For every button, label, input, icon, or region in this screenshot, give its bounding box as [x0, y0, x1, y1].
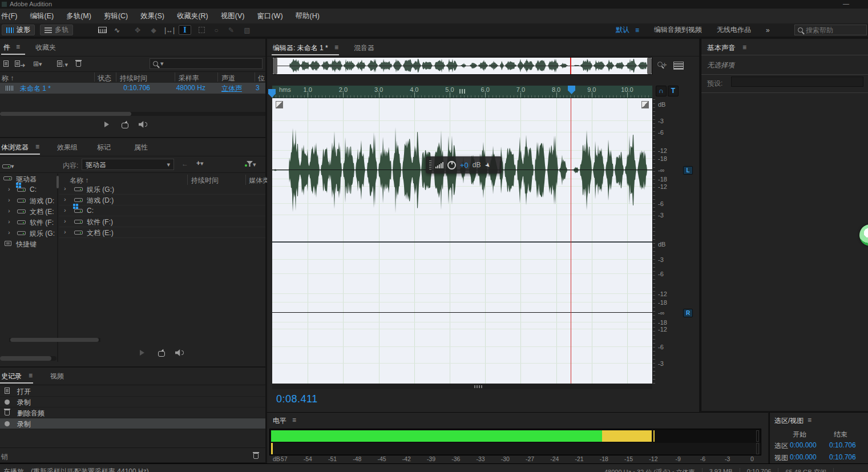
- tab-favorites[interactable]: 收藏夹: [35, 43, 56, 53]
- workspace-menu-icon[interactable]: ≡: [635, 26, 639, 34]
- col-samplerate[interactable]: 采样率: [179, 74, 199, 83]
- pan-zoom-navigator-icon[interactable]: ✛: [657, 60, 667, 68]
- menu-item[interactable]: 编辑(E): [30, 11, 54, 21]
- tab-video[interactable]: 视频: [50, 372, 64, 381]
- menu-item[interactable]: 窗口(W): [257, 11, 282, 21]
- left-channel-badge[interactable]: L: [683, 166, 693, 175]
- tab-editor[interactable]: 编辑器: 未命名 1 *: [273, 43, 328, 53]
- channel-divider[interactable]: [272, 241, 652, 243]
- media-tree-item[interactable]: ›C:: [0, 184, 56, 195]
- editor-panel-menu-icon[interactable]: ≡: [334, 43, 338, 51]
- menu-item[interactable]: 视图(V): [221, 11, 245, 21]
- multitrack-view-button[interactable]: 多轨: [40, 25, 73, 35]
- overview-right-handle[interactable]: [647, 58, 652, 74]
- media-root-drive-icon[interactable]: ▾: [2, 162, 14, 170]
- overview-left-handle[interactable]: [273, 58, 277, 74]
- col-duration[interactable]: 持续时间: [120, 74, 147, 83]
- media-list-row[interactable]: ›C:: [59, 205, 265, 216]
- view-end-value[interactable]: 0:10.706: [829, 453, 856, 461]
- files-play-button[interactable]: [104, 121, 109, 129]
- selection-view-menu-icon[interactable]: ≡: [808, 416, 812, 424]
- files-trash-button[interactable]: [76, 60, 81, 68]
- col-bits[interactable]: 位: [258, 74, 265, 83]
- waveform-display[interactable]: +0 dB ➤: [272, 98, 652, 384]
- media-list-row[interactable]: ›游戏 (D:): [59, 195, 265, 205]
- media-tree-vscrollbar[interactable]: [56, 176, 59, 188]
- undo-label[interactable]: 销: [1, 452, 8, 462]
- content-dropdown[interactable]: 驱动器 ▾: [82, 159, 174, 170]
- media-loop-button[interactable]: [158, 350, 165, 358]
- history-item[interactable]: 打开: [0, 386, 265, 397]
- fade-out-handle[interactable]: [641, 101, 649, 108]
- media-tree-item[interactable]: ›软件 (F:: [0, 217, 56, 228]
- gain-knob[interactable]: [447, 161, 456, 170]
- files-autoplay-speaker-icon[interactable]: [139, 121, 148, 130]
- history-panel-menu-icon[interactable]: ≡: [29, 372, 33, 380]
- editor-layout-icon[interactable]: [673, 62, 684, 71]
- waveform-overview[interactable]: [272, 57, 652, 75]
- hud-grip[interactable]: [429, 160, 431, 170]
- file-row[interactable]: 未命名 1 * 0:10.706 48000 Hz 立体声 3: [0, 83, 265, 94]
- add-shortcut-button[interactable]: +▾: [196, 159, 204, 167]
- media-list-row[interactable]: ›文档 (E:): [59, 227, 265, 238]
- levels-menu-icon[interactable]: ≡: [292, 416, 296, 424]
- editor-hscrollbar[interactable]: [272, 384, 652, 389]
- view-start-value[interactable]: 0:00.000: [790, 453, 817, 461]
- gain-hud[interactable]: +0 dB ➤: [426, 156, 502, 174]
- minimize-button[interactable]: —: [843, 0, 849, 7]
- workspace-edit-av[interactable]: 编辑音频到视频: [654, 25, 702, 35]
- media-tree-item[interactable]: ›娱乐 (G:: [0, 228, 56, 239]
- media-panel-menu-icon[interactable]: ≡: [35, 143, 39, 151]
- time-selection-tool-icon[interactable]: |↔|: [163, 25, 176, 35]
- hud-pin-icon[interactable]: ➤: [483, 160, 492, 170]
- fade-in-handle[interactable]: [276, 101, 283, 108]
- preset-field[interactable]: [731, 76, 863, 87]
- media-tree-item[interactable]: 快捷键: [0, 239, 56, 249]
- media-list-row[interactable]: ›娱乐 (G:): [59, 184, 265, 195]
- playhead-line[interactable]: [571, 98, 571, 384]
- menu-item[interactable]: 效果(S): [140, 11, 164, 21]
- menu-item[interactable]: 件(F): [1, 11, 17, 21]
- media-tree-item[interactable]: 驱动器: [0, 174, 56, 184]
- essential-sound-menu-icon[interactable]: ≡: [742, 43, 746, 51]
- spectral-pitch-icon[interactable]: ∿: [111, 25, 123, 35]
- history-item[interactable]: 录制: [0, 397, 265, 408]
- help-search-box[interactable]: [794, 25, 867, 35]
- tab-mixer[interactable]: 混音器: [354, 43, 374, 53]
- col-name[interactable]: 称 ↑: [2, 74, 14, 83]
- workspace-radio[interactable]: 无线电作品: [717, 25, 751, 35]
- ibeam-tool-icon[interactable]: I: [179, 25, 191, 35]
- tab-history[interactable]: 史记录: [1, 372, 22, 381]
- media-autoplay-speaker-icon[interactable]: [175, 349, 184, 358]
- files-loop-button[interactable]: [122, 122, 128, 130]
- open-file-button[interactable]: ➜: [15, 60, 20, 68]
- tab-files[interactable]: 件: [3, 43, 10, 53]
- menu-item[interactable]: 剪辑(C): [104, 11, 128, 21]
- level-meter[interactable]: [269, 429, 761, 455]
- files-panel-menu-icon[interactable]: ≡: [16, 43, 20, 51]
- workspace-overflow-icon[interactable]: »: [766, 26, 770, 34]
- col-status[interactable]: 状态: [98, 74, 111, 83]
- history-item[interactable]: 删除音频: [0, 408, 265, 418]
- col-channels[interactable]: 声道: [221, 74, 235, 83]
- timeline-ruler[interactable]: hms 1.02.03.04.05.06.07.08.09.010.0: [272, 86, 652, 98]
- tab-markers[interactable]: 标记: [97, 143, 111, 152]
- workspace-default[interactable]: 默认: [616, 25, 629, 35]
- save-media-button[interactable]: ↓▾: [57, 60, 68, 68]
- tab-properties[interactable]: 属性: [134, 143, 148, 152]
- import-file-button[interactable]: [3, 60, 9, 68]
- tab-media-browser[interactable]: 体浏览器: [1, 143, 29, 152]
- help-search-input[interactable]: [806, 26, 857, 34]
- right-channel-badge[interactable]: R: [683, 309, 693, 317]
- file-channels[interactable]: 立体声: [221, 84, 242, 94]
- menu-item[interactable]: 多轨(M): [66, 11, 91, 21]
- waveform-view-button[interactable]: 波形: [2, 25, 35, 35]
- solo-monitor-button[interactable]: ∩: [656, 86, 667, 96]
- media-tree-item[interactable]: ›文档 (E:: [0, 206, 56, 217]
- selection-start-value[interactable]: 0:00.000: [790, 441, 817, 449]
- history-item[interactable]: 录制: [0, 418, 265, 429]
- amplitude-scale[interactable]: dB-3-6-12-18-∞-18-12-6-3dB-3-6-12-18-∞-1…: [652, 98, 699, 384]
- history-trash-button[interactable]: [253, 453, 259, 461]
- hud-gain-value[interactable]: +0: [460, 161, 469, 170]
- media-tree-item[interactable]: ›游戏 (D:: [0, 195, 56, 206]
